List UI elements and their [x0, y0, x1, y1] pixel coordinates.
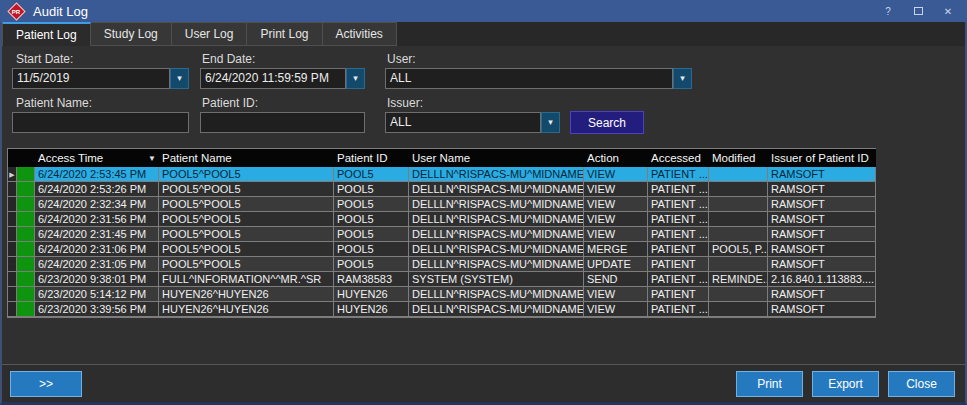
cell-patient-id[interactable]: RAM38583	[334, 272, 409, 287]
row-selector-cell[interactable]	[8, 212, 17, 227]
cell-patient-name[interactable]: POOL5^POOL5	[159, 212, 334, 227]
row-status-green-cell[interactable]	[17, 167, 35, 182]
column-header-access_time[interactable]: Access Time▼	[35, 149, 159, 167]
cell-patient-name[interactable]: FULL^INFORMATION^^MR.^SR	[159, 272, 334, 287]
cell-action[interactable]: VIEW	[584, 197, 648, 212]
cell-accessed[interactable]: PATIENT ...	[648, 182, 709, 197]
cell-user-name[interactable]: DELLLN^RISPACS-MU^MIDNAME...	[409, 167, 584, 182]
column-header-user_name[interactable]: User Name	[409, 149, 584, 167]
cell-action[interactable]: MERGE	[584, 242, 648, 257]
cell-modified[interactable]	[709, 182, 768, 197]
cell-issuer-of-patient-id[interactable]: RAMSOFT	[768, 242, 876, 257]
cell-patient-name[interactable]: POOL5^POOL5	[159, 197, 334, 212]
search-button[interactable]: Search	[570, 111, 644, 134]
cell-action[interactable]: VIEW	[584, 302, 648, 317]
column-header-accessed[interactable]: Accessed	[648, 149, 709, 167]
cell-patient-id[interactable]: POOL5	[334, 197, 409, 212]
cell-user-name[interactable]: SYSTEM (SYSTEM)	[409, 272, 584, 287]
row-status-green-cell[interactable]	[17, 182, 35, 197]
cell-modified[interactable]: POOL5, P...	[709, 242, 768, 257]
row-status-green-cell[interactable]	[17, 212, 35, 227]
cell-modified[interactable]	[709, 212, 768, 227]
row-selector-cell[interactable]	[8, 197, 17, 212]
cell-accessed[interactable]: PATIENT ...	[648, 212, 709, 227]
cell-access-time[interactable]: 6/24/2020 2:31:05 PM	[35, 257, 159, 272]
end-date-combobox[interactable]: 6/24/2020 11:59:59 PM ▾	[200, 68, 365, 89]
row-status-green-cell[interactable]	[17, 302, 35, 317]
row-selector-cell[interactable]	[8, 272, 17, 287]
cell-issuer-of-patient-id[interactable]: RAMSOFT	[768, 257, 876, 272]
cell-user-name[interactable]: DELLLN^RISPACS-MU^MIDNAME...	[409, 257, 584, 272]
cell-issuer-of-patient-id[interactable]: RAMSOFT	[768, 167, 876, 182]
user-dropdown-button[interactable]: ▾	[673, 68, 692, 89]
row-status-green-cell[interactable]	[17, 257, 35, 272]
start-date-dropdown-button[interactable]: ▾	[170, 68, 189, 89]
row-selector-cell[interactable]	[8, 287, 17, 302]
user-combobox[interactable]: ALL ▾	[385, 68, 692, 89]
cell-user-name[interactable]: DELLLN^RISPACS-MU^MIDNAME...	[409, 302, 584, 317]
cell-access-time[interactable]: 6/23/2020 9:38:01 PM	[35, 272, 159, 287]
cell-modified[interactable]: REMINDE...	[709, 272, 768, 287]
cell-accessed[interactable]: PATIENT ...	[648, 167, 709, 182]
tab-activities[interactable]: Activities	[323, 22, 397, 46]
title-bar[interactable]: PR Audit Log ? ✕	[0, 0, 967, 22]
end-date-dropdown-button[interactable]: ▾	[346, 68, 365, 89]
row-status-green-cell[interactable]	[17, 287, 35, 302]
cell-patient-name[interactable]: HUYEN26^HUYEN26	[159, 287, 334, 302]
cell-accessed[interactable]: PATIENT ...	[648, 302, 709, 317]
column-header-modified[interactable]: Modified	[709, 149, 768, 167]
cell-user-name[interactable]: DELLLN^RISPACS-MU^MIDNAME...	[409, 182, 584, 197]
patient-id-input[interactable]	[200, 112, 365, 133]
cell-patient-name[interactable]: POOL5^POOL5	[159, 167, 334, 182]
cell-accessed[interactable]: PATIENT	[648, 242, 709, 257]
cell-access-time[interactable]: 6/24/2020 2:31:45 PM	[35, 227, 159, 242]
cell-action[interactable]: VIEW	[584, 227, 648, 242]
tab-print-log[interactable]: Print Log	[247, 22, 322, 46]
cell-user-name[interactable]: DELLLN^RISPACS-MU^MIDNAME...	[409, 212, 584, 227]
cell-patient-id[interactable]: HUYEN26	[334, 287, 409, 302]
cell-modified[interactable]	[709, 197, 768, 212]
cell-patient-name[interactable]: POOL5^POOL5	[159, 227, 334, 242]
cell-accessed[interactable]: PATIENT ...	[648, 227, 709, 242]
cell-access-time[interactable]: 6/24/2020 2:31:56 PM	[35, 212, 159, 227]
cell-action[interactable]: VIEW	[584, 167, 648, 182]
cell-access-time[interactable]: 6/23/2020 3:39:56 PM	[35, 302, 159, 317]
row-selector-cell[interactable]	[8, 242, 17, 257]
close-icon[interactable]: ✕	[941, 6, 955, 17]
row-selector-cell[interactable]	[8, 257, 17, 272]
column-header-patient_name[interactable]: Patient Name	[159, 149, 334, 167]
cell-issuer-of-patient-id[interactable]: RAMSOFT	[768, 287, 876, 302]
cell-modified[interactable]	[709, 257, 768, 272]
help-icon[interactable]: ?	[881, 6, 895, 17]
cell-modified[interactable]	[709, 302, 768, 317]
issuer-dropdown-button[interactable]: ▾	[541, 112, 560, 133]
cell-patient-name[interactable]: POOL5^POOL5	[159, 242, 334, 257]
cell-access-time[interactable]: 6/23/2020 5:14:12 PM	[35, 287, 159, 302]
cell-patient-id[interactable]: POOL5	[334, 242, 409, 257]
tab-study-log[interactable]: Study Log	[91, 22, 172, 46]
print-button[interactable]: Print	[736, 371, 803, 397]
row-status-green-cell[interactable]	[17, 272, 35, 287]
column-header-issuer_of_patient_id[interactable]: Issuer of Patient ID	[768, 149, 876, 167]
cell-modified[interactable]	[709, 227, 768, 242]
cell-patient-name[interactable]: POOL5^POOL5	[159, 257, 334, 272]
cell-issuer-of-patient-id[interactable]: RAMSOFT	[768, 212, 876, 227]
export-button[interactable]: Export	[812, 371, 879, 397]
cell-user-name[interactable]: DELLLN^RISPACS-MU^MIDNAME...	[409, 227, 584, 242]
expand-button[interactable]: >>	[10, 371, 82, 397]
cell-issuer-of-patient-id[interactable]: 2.16.840.1.113883....	[768, 272, 876, 287]
column-header-patient_id[interactable]: Patient ID	[334, 149, 409, 167]
cell-access-time[interactable]: 6/24/2020 2:53:26 PM	[35, 182, 159, 197]
issuer-combobox[interactable]: ALL ▾	[385, 112, 560, 133]
cell-action[interactable]: UPDATE	[584, 257, 648, 272]
patient-name-input[interactable]	[12, 112, 189, 133]
cell-issuer-of-patient-id[interactable]: RAMSOFT	[768, 197, 876, 212]
row-status-green-cell[interactable]	[17, 242, 35, 257]
cell-patient-id[interactable]: POOL5	[334, 167, 409, 182]
cell-patient-name[interactable]: POOL5^POOL5	[159, 182, 334, 197]
start-date-combobox[interactable]: 11/5/2019 ▾	[12, 68, 189, 89]
cell-modified[interactable]	[709, 287, 768, 302]
tab-user-log[interactable]: User Log	[172, 22, 248, 46]
cell-issuer-of-patient-id[interactable]: RAMSOFT	[768, 302, 876, 317]
column-header-action[interactable]: Action	[584, 149, 648, 167]
